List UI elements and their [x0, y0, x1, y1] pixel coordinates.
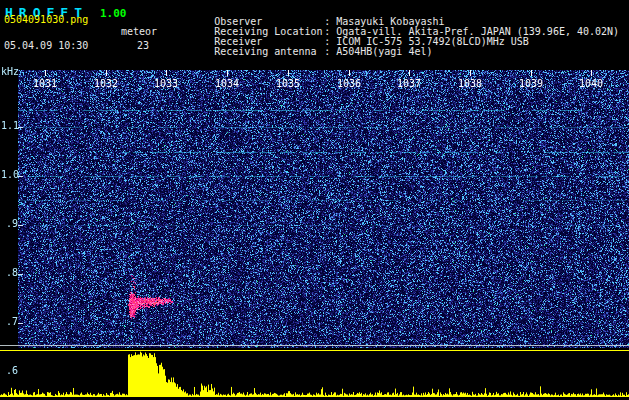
- freq-tick-label: .6: [1, 366, 18, 376]
- time-tick-label: 1034: [214, 79, 240, 89]
- time-tick-label: 1035: [275, 79, 301, 89]
- spectrogram-canvas: [18, 70, 629, 348]
- info-label: Receiving antenna: [214, 47, 324, 57]
- hrofft-output: HROFFT1.00 0504091030.png meteor 05.04.0…: [0, 0, 629, 400]
- time-tick-label: 1039: [518, 79, 544, 89]
- freq-tick-label: .7: [1, 317, 18, 327]
- time-tick-label: 1031: [32, 79, 58, 89]
- info-colon: :: [324, 46, 330, 57]
- freq-axis-unit: kHz: [1, 67, 19, 77]
- time-tick-label: 1040: [578, 79, 604, 89]
- time-tick-label: 1033: [153, 79, 179, 89]
- echo-count: 23: [137, 41, 149, 51]
- time-tick-label: 1038: [457, 79, 483, 89]
- spectrogram-bottom-separator: [0, 345, 629, 346]
- app-version: 1.00: [100, 7, 127, 20]
- freq-tick-label: .9: [1, 219, 18, 229]
- output-filename: 0504091030.png: [4, 15, 88, 25]
- datetime-label: 05.04.09 10:30: [4, 41, 88, 51]
- freq-tick-label: 1.0: [1, 170, 18, 180]
- time-tick-label: 1037: [396, 79, 422, 89]
- header: HROFFT1.00 0504091030.png meteor 05.04.0…: [0, 0, 629, 70]
- time-tick-label: 1036: [336, 79, 362, 89]
- amplitude-strip-canvas: [0, 348, 629, 400]
- info-value: A504HB(yagi 4el): [336, 46, 432, 57]
- freq-tick-label: 1.1: [1, 121, 18, 131]
- freq-tick-label: .8: [1, 268, 18, 278]
- info-row-antenna: Receiving antenna:A504HB(yagi 4el): [178, 37, 432, 67]
- time-tick-label: 1032: [93, 79, 119, 89]
- mode-label: meteor: [121, 27, 157, 37]
